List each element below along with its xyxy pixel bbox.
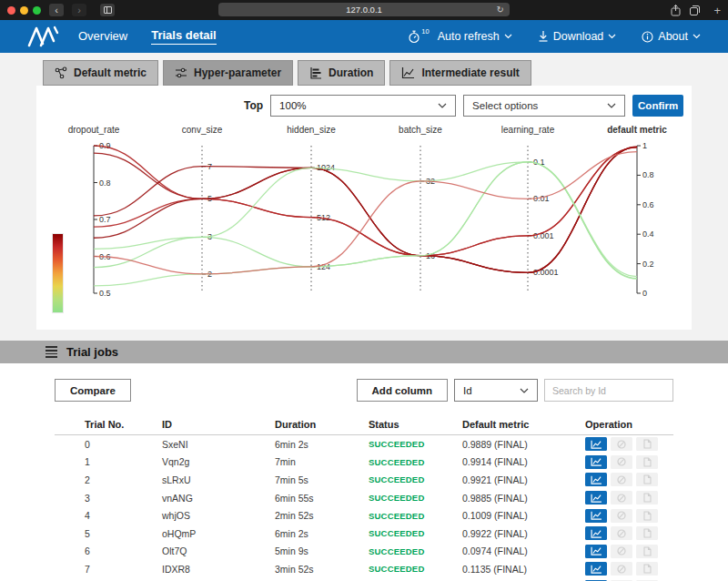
new-tab-button[interactable]: + <box>713 4 721 17</box>
kill-trial-button[interactable] <box>611 455 632 469</box>
table-row[interactable]: 3 vnANG 6min 55s SUCCEEDED 0.9885 (FINAL… <box>55 489 673 507</box>
trial-jobs-title: Trial jobs <box>66 345 118 359</box>
duration-cell: 2min 52s <box>275 510 369 521</box>
status-badge: SUCCEEDED <box>369 511 462 521</box>
kill-icon <box>617 494 626 503</box>
default-metric-cell: 0.0974 (FINAL) <box>462 545 585 556</box>
forward-button[interactable]: › <box>72 4 86 16</box>
search-filter-value: Id <box>463 385 472 396</box>
top-percent-select[interactable]: 100% <box>270 95 456 117</box>
table-row[interactable]: 4 whjOS 2min 52s SUCCEEDED 0.1009 (FINAL… <box>55 506 673 525</box>
intermediate-result-button[interactable] <box>585 455 607 469</box>
address-bar[interactable]: 127.0.0.1 ↻ <box>218 3 510 16</box>
line-chart-icon <box>591 457 602 466</box>
search-filter-select[interactable]: Id <box>454 379 538 402</box>
kill-trial-button[interactable] <box>611 545 632 558</box>
table-row[interactable]: 0 SxeNI 6min 2s SUCCEEDED 0.9889 (FINAL) <box>55 435 673 454</box>
default-metric-cell: 0.1135 (FINAL) <box>462 564 585 575</box>
table-row[interactable]: 5 oHQmP 6min 2s SUCCEEDED 0.9922 (FINAL) <box>55 525 673 543</box>
copy-trial-button[interactable] <box>636 545 658 558</box>
tab-overview-button[interactable] <box>689 5 701 16</box>
copy-trial-button[interactable] <box>636 491 658 505</box>
document-icon <box>643 493 652 503</box>
sidebar-icon <box>104 6 112 14</box>
operation-cell <box>585 437 673 451</box>
intermediate-result-button[interactable] <box>585 491 607 505</box>
table-row[interactable]: 2 sLRxU 7min 5s SUCCEEDED 0.9921 (FINAL) <box>55 471 673 489</box>
trial-no-cell: 6 <box>85 545 162 556</box>
info-icon <box>642 31 653 43</box>
table-row[interactable]: 7 IDXR8 3min 52s SUCCEEDED 0.1135 (FINAL… <box>55 560 673 578</box>
intermediate-result-button[interactable] <box>585 545 607 558</box>
close-window-button[interactable] <box>7 6 15 15</box>
kill-trial-button[interactable] <box>611 491 632 505</box>
add-column-button[interactable]: Add column <box>357 379 448 402</box>
axis-options-select[interactable]: Select options <box>463 95 625 117</box>
operation-cell <box>585 455 673 469</box>
nav-overview[interactable]: Overview <box>78 29 127 45</box>
line-chart-icon <box>591 565 602 574</box>
share-button[interactable] <box>670 4 682 16</box>
download-menu[interactable]: Download <box>538 30 617 43</box>
chart-controls: Top 100% Select options Confirm <box>244 95 692 117</box>
svg-text:default metric: default metric <box>607 125 667 135</box>
copy-trial-button[interactable] <box>636 509 658 523</box>
tab-default-metric[interactable]: Default metric <box>43 60 158 86</box>
copy-trial-button[interactable] <box>636 455 658 469</box>
trial-id-cell: Olt7Q <box>162 545 275 556</box>
auto-refresh-menu[interactable]: 10 Auto refresh <box>408 30 511 44</box>
compare-button[interactable]: Compare <box>55 379 131 402</box>
back-button[interactable]: ‹ <box>49 4 64 16</box>
tab-intermediate-result[interactable]: Intermediate result <box>389 60 531 86</box>
trial-id-cell: sLRxU <box>162 474 275 485</box>
intermediate-result-button[interactable] <box>585 562 607 576</box>
kill-trial-button[interactable] <box>611 509 632 523</box>
reload-icon[interactable]: ↻ <box>497 3 504 16</box>
intermediate-result-button[interactable] <box>585 526 607 540</box>
col-operation: Operation <box>585 419 673 430</box>
trial-no-cell: 5 <box>85 528 162 539</box>
svg-text:dropout_rate: dropout_rate <box>68 125 120 135</box>
tab-label: Default metric <box>74 66 147 79</box>
intermediate-result-button[interactable] <box>585 509 607 523</box>
kill-trial-button[interactable] <box>611 562 632 576</box>
confirm-button[interactable]: Confirm <box>632 95 683 117</box>
document-icon <box>643 457 652 467</box>
chevron-down-icon <box>520 388 529 393</box>
fullscreen-window-button[interactable] <box>33 6 41 15</box>
copy-trial-button[interactable] <box>636 562 658 576</box>
nni-logo-icon <box>27 25 60 47</box>
table-row[interactable]: 1 Vqn2g 7min SUCCEEDED 0.9914 (FINAL) <box>55 454 673 472</box>
tab-label: Duration <box>329 66 373 79</box>
intermediate-result-button[interactable] <box>585 473 607 486</box>
tab-hyper-parameter[interactable]: Hyper-parameter <box>163 60 293 86</box>
table-toolbar: Compare Add column Id <box>55 379 673 402</box>
kill-trial-button[interactable] <box>611 473 632 486</box>
copy-trial-button[interactable] <box>636 437 658 451</box>
parallel-coordinates-svg[interactable]: dropout_rate0.90.80.70.60.5conv_size7532… <box>46 122 687 326</box>
table-row[interactable]: 6 Olt7Q 5min 9s SUCCEEDED 0.0974 (FINAL) <box>55 543 673 561</box>
col-status: Status <box>369 419 462 430</box>
trial-no-cell: 3 <box>85 493 162 504</box>
minimize-window-button[interactable] <box>20 6 28 15</box>
search-input[interactable] <box>544 379 673 402</box>
about-menu[interactable]: About <box>642 30 701 43</box>
kill-icon <box>617 475 626 484</box>
duration-cell: 7min 5s <box>275 474 369 485</box>
svg-text:conv_size: conv_size <box>182 125 223 135</box>
copy-trial-button[interactable] <box>636 473 658 486</box>
svg-text:0.0001: 0.0001 <box>533 268 559 277</box>
sidebar-toggle-button[interactable] <box>100 4 115 16</box>
tab-label: Hyper-parameter <box>194 66 281 79</box>
nav-trials-detail[interactable]: Trials detail <box>151 28 217 45</box>
copy-trial-button[interactable] <box>636 526 658 540</box>
share-icon <box>55 66 67 79</box>
tab-label: Intermediate result <box>421 66 519 79</box>
kill-trial-button[interactable] <box>611 437 632 451</box>
operation-cell <box>585 562 673 576</box>
default-metric-cell: 0.9885 (FINAL) <box>462 493 585 504</box>
kill-trial-button[interactable] <box>611 526 632 540</box>
trial-table: Trial No. ID Duration Status Default met… <box>55 413 673 581</box>
tab-duration[interactable]: Duration <box>298 60 385 86</box>
intermediate-result-button[interactable] <box>585 437 607 451</box>
